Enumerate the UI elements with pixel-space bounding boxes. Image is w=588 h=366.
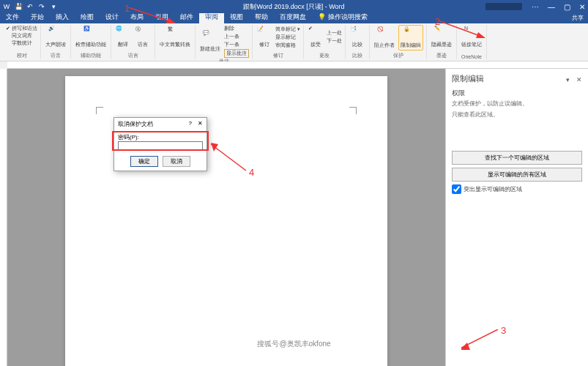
group-speech: 🔊大声朗读 语音 (41, 25, 71, 59)
page-container[interactable] (7, 69, 445, 366)
save-icon[interactable]: 💾 (15, 3, 22, 10)
hide-ink-button[interactable]: ✏️隐藏墨迹 (430, 25, 453, 49)
show-comments-button[interactable]: 显示批注 (224, 49, 249, 58)
unprotect-dialog: 取消保护文档 ? ✕ 密码(P): 确定 取消 (113, 117, 207, 171)
accessibility-icon: ♿ (83, 26, 98, 40)
ribbon-options-icon[interactable]: ⋯ (532, 3, 539, 11)
chinese-convert-button[interactable]: 繁中文简繁转换 (158, 25, 192, 49)
ribbon-tabs: 文件 开始 插入 绘图 设计 布局 引用 邮件 审阅 视图 帮助 百度网盘 💡 … (0, 13, 588, 23)
highlight-checkbox-input[interactable] (452, 184, 461, 194)
group-changes: ✔接受 上一处 下一处 更改 (304, 25, 346, 59)
accept-icon: ✔ (308, 26, 323, 40)
highlight-regions-checkbox[interactable]: 突出显示可编辑的区域 (452, 184, 582, 194)
group-accessibility: ♿检查辅助功能 辅助功能 (71, 25, 111, 59)
compare-button[interactable]: 📑比较 (349, 25, 366, 49)
dialog-title: 取消保护文档 (118, 120, 153, 128)
close-icon[interactable]: ✕ (579, 3, 585, 11)
user-account[interactable] (485, 3, 522, 10)
comment-icon: 💬 (203, 30, 217, 45)
group-proofing: ✔ 拼写和语法 同义词库 字数统计 校对 (3, 25, 41, 59)
pane-subtitle: 权限 (452, 89, 582, 98)
compare-icon: 📑 (350, 26, 365, 40)
horizontal-ruler[interactable] (7, 61, 588, 69)
restrict-editing-button[interactable]: 🔒限制编辑 (398, 25, 423, 51)
group-tracking: 📝修订 简单标记 ▾ 显示标记 审阅窗格 修订 (253, 25, 304, 59)
pane-description: 只能查看此区域。 (452, 111, 582, 119)
block-icon: 🚫 (377, 26, 392, 41)
onenote-button[interactable]: N链接笔记 (460, 25, 483, 49)
speaker-icon: 🔊 (48, 26, 63, 40)
display-dropdown[interactable]: 简单标记 ▾ (275, 26, 300, 33)
prev-change-button[interactable]: 上一处 (327, 29, 342, 37)
find-next-region-button[interactable]: 查找下一个可编辑的区域 (452, 151, 582, 165)
qa-more-icon[interactable]: ▾ (50, 3, 57, 10)
pane-dropdown-icon[interactable]: ▾ (566, 76, 570, 83)
thesaurus-button[interactable]: 同义词库 (12, 32, 32, 40)
check-accessibility-button[interactable]: ♿检查辅助功能 (74, 25, 108, 49)
titlebar: W 💾 ↶ ↷ ▾ 跟制Word 2019.docx [只读] - Word ⋯… (0, 0, 588, 13)
show-markup-button[interactable]: 显示标记 (275, 34, 300, 41)
group-label: 校对 (17, 52, 27, 59)
vertical-ruler[interactable] (0, 69, 7, 366)
margin-corner (349, 107, 357, 114)
maximize-icon[interactable]: ▢ (564, 3, 570, 11)
prev-comment-button[interactable]: 上一条 (224, 33, 249, 40)
password-label: 密码(P): (118, 133, 203, 141)
dialog-help-icon[interactable]: ? (189, 120, 192, 128)
share-button[interactable]: 共享 (567, 12, 588, 23)
password-input[interactable] (118, 141, 203, 151)
minimize-icon[interactable]: — (548, 3, 555, 11)
convert-icon: 繁 (168, 26, 182, 40)
group-language: 🌐翻译 Ⓐ语言 语言 (111, 25, 155, 59)
dialog-close-icon[interactable]: ✕ (198, 120, 203, 128)
language-icon: Ⓐ (135, 26, 150, 40)
word-icon: W (3, 3, 10, 10)
ok-button[interactable]: 确定 (130, 156, 158, 167)
cancel-button[interactable]: 取消 (163, 156, 190, 167)
pane-description: 文档受保护，以防止误编辑。 (452, 100, 582, 108)
translate-icon: 🌐 (116, 26, 130, 40)
new-comment-button[interactable]: 💬新建批注 (198, 29, 222, 53)
group-comments: 💬新建批注 删除 上一条 下一条 显示批注 批注 (196, 25, 253, 59)
accept-button[interactable]: ✔接受 (307, 25, 324, 49)
block-authors-button[interactable]: 🚫阻止作者 (373, 26, 396, 50)
delete-comment-button[interactable]: 删除 (224, 25, 249, 32)
window-controls: ⋯ — ▢ ✕ (532, 3, 585, 11)
group-onenote: N链接笔记 OneNote (457, 25, 487, 59)
track-icon: 📝 (257, 26, 272, 40)
next-comment-button[interactable]: 下一条 (224, 41, 249, 48)
ink-icon: ✏️ (434, 26, 449, 40)
language-button[interactable]: Ⓐ语言 (134, 25, 152, 49)
read-aloud-button[interactable]: 🔊大声朗读 (44, 25, 67, 49)
quick-access: W 💾 ↶ ↷ ▾ (3, 3, 57, 10)
translate-button[interactable]: 🌐翻译 (114, 25, 132, 49)
spellcheck-button[interactable]: ✔ 拼写和语法 (6, 25, 37, 32)
document-area: 限制编辑 ▾ ✕ 权限 文档受保护，以防止误编辑。 只能查看此区域。 查找下一个… (0, 69, 588, 366)
pane-title: 限制编辑 (452, 73, 484, 84)
reviewing-pane-button[interactable]: 审阅窗格 (275, 42, 300, 49)
window-title: 跟制Word 2019.docx [只读] - Word (243, 2, 344, 12)
undo-icon[interactable]: ↶ (26, 3, 34, 10)
group-chinese-convert: 繁中文简繁转换 (155, 25, 196, 59)
watermark: 搜狐号@奥凯丰okfone (251, 338, 336, 350)
margin-corner (96, 107, 103, 114)
show-all-regions-button[interactable]: 显示可编辑的所有区域 (452, 168, 582, 182)
group-protect: 🚫阻止作者 🔒限制编辑 保护 (370, 25, 427, 59)
track-changes-button[interactable]: 📝修订 (256, 25, 273, 49)
pane-close-icon[interactable]: ✕ (576, 76, 582, 83)
group-ink: ✏️隐藏墨迹 墨迹 (427, 25, 457, 59)
redo-icon[interactable]: ↷ (38, 3, 45, 10)
group-compare: 📑比较 比较 (346, 25, 370, 59)
lock-icon: 🔒 (403, 26, 418, 41)
ribbon: ✔ 拼写和语法 同义词库 字数统计 校对 🔊大声朗读 语音 ♿检查辅助功能 辅助… (0, 23, 588, 61)
next-change-button[interactable]: 下一处 (327, 37, 342, 45)
onenote-icon: N (464, 26, 479, 40)
wordcount-button[interactable]: 字数统计 (12, 40, 32, 47)
restrict-editing-pane: 限制编辑 ▾ ✕ 权限 文档受保护，以防止误编辑。 只能查看此区域。 查找下一个… (445, 69, 588, 366)
